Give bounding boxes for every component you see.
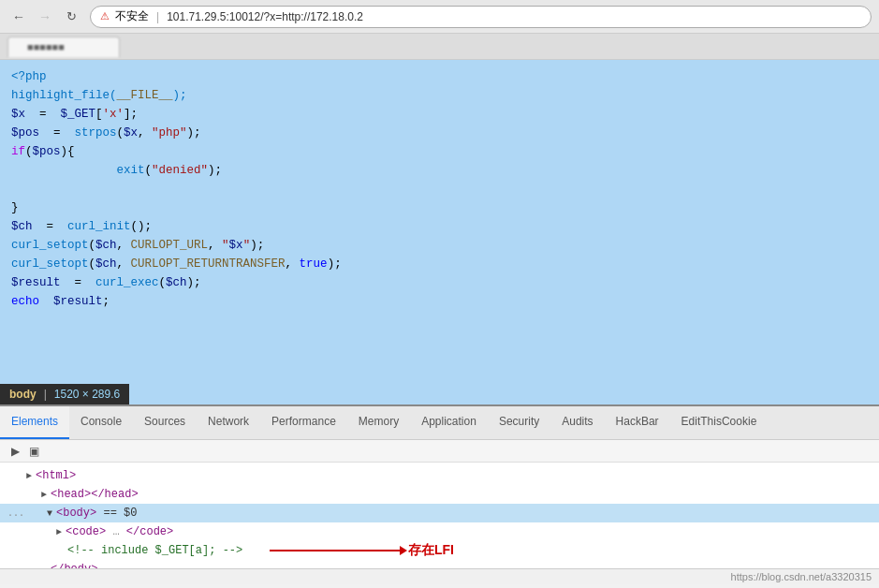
dom-toggle-body[interactable]: ▼ [43, 507, 56, 520]
tab-sources-label: Sources [144, 415, 185, 428]
dom-tag-body: <body> [56, 507, 96, 520]
dom-row-html[interactable]: ► <html> [0, 466, 879, 485]
tab-memory[interactable]: Memory [347, 406, 410, 439]
tab-console[interactable]: Console [69, 406, 133, 439]
tab-security[interactable]: Security [488, 406, 550, 439]
browser-tab[interactable]: ■■■■■■ [7, 37, 120, 57]
tab-network-label: Network [208, 415, 249, 428]
dom-row-comment[interactable]: <!-- include $_GET[a]; --> [0, 541, 262, 560]
dom-content-comment: <!-- include $_GET[a]; --> [67, 544, 242, 557]
code-line-13: echo $result; [11, 292, 868, 311]
dom-tag: <html> [36, 469, 76, 482]
tab-security-label: Security [499, 415, 539, 428]
code-line-10: curl_setopt($ch, CURLOPT_URL, "$x"); [11, 236, 868, 255]
tab-memory-label: Memory [359, 415, 399, 428]
code-line-2: highlight_file(__FILE__); [11, 86, 868, 105]
address-bar[interactable]: ⚠ 不安全 | 101.71.29.5:10012/?x=http://172.… [90, 6, 872, 28]
dom-content-body: <body> == $0 [56, 507, 137, 520]
dom-row-body-close[interactable]: </body> [0, 560, 879, 568]
arrow-line [270, 550, 401, 551]
forward-button[interactable]: → [34, 6, 56, 28]
status-url: https://blog.csdn.net/a3320315 [731, 571, 872, 582]
security-icon: ⚠ [100, 10, 110, 22]
status-bar: https://blog.csdn.net/a3320315 [0, 568, 879, 584]
device-toolbar-icon[interactable]: ▣ [26, 444, 41, 459]
tab-sources[interactable]: Sources [133, 406, 197, 439]
tab-audits-label: Audits [562, 415, 593, 428]
inspect-element-icon[interactable]: ▶ [7, 444, 22, 459]
main-content-area: <?php highlight_file(__FILE__); $x = $_G… [0, 60, 879, 404]
code-line-1: <?php [11, 67, 868, 86]
separator: | [156, 10, 159, 23]
tab-editthiscookie-label: EditThisCookie [681, 415, 757, 428]
dom-toggle-head[interactable]: ► [37, 488, 51, 501]
dom-toggle-html[interactable]: ► [22, 469, 36, 482]
tab-network[interactable]: Network [197, 406, 260, 439]
tab-performance[interactable]: Performance [260, 406, 347, 439]
dom-content-code: <code> … </code> [66, 525, 173, 538]
dom-row-body[interactable]: ... ▼ <body> == $0 [0, 504, 879, 522]
code-line-11: curl_setopt($ch, CURLOPT_RETURNTRANSFER,… [11, 255, 868, 273]
dom-code-ellipsis: … [112, 525, 119, 538]
dom-toggle-code[interactable]: ► [52, 525, 66, 538]
code-line-8: } [11, 198, 868, 217]
tab-hackbar-label: HackBar [616, 415, 659, 428]
dom-tag: <head></head> [51, 488, 139, 501]
annotation-text: 存在LFI [408, 542, 454, 559]
dom-row-code[interactable]: ► <code> … </code> [0, 522, 879, 541]
tab-console-label: Console [81, 415, 122, 428]
element-tag: body [9, 388, 37, 401]
annotation-container: 存在LFI [262, 542, 454, 559]
element-dimensions: 1520 × 289.6 [54, 388, 120, 401]
element-dimensions-separator: | [44, 388, 47, 401]
element-tooltip: body | 1520 × 289.6 [0, 384, 129, 404]
dom-content-head: <head></head> [51, 488, 139, 501]
code-line-9: $ch = curl_init(); [11, 217, 868, 236]
code-line-4: $pos = strpos($x, "php"); [11, 124, 868, 142]
devtools-toolbar: ▶ ▣ [0, 440, 879, 463]
dom-dots: ... [7, 508, 24, 519]
reload-button[interactable]: ↻ [60, 6, 82, 28]
dom-selected-indicator: == $0 [103, 507, 137, 520]
tab-application-label: Application [421, 415, 476, 428]
tab-performance-label: Performance [271, 415, 336, 428]
security-label: 不安全 [115, 8, 149, 24]
tab-label: ■■■■■■ [27, 41, 65, 52]
code-line-5: if($pos){ [11, 142, 868, 161]
tab-elements-label: Elements [11, 415, 58, 428]
code-line-12: $result = curl_exec($ch); [11, 273, 868, 292]
tab-editthiscookie[interactable]: EditThisCookie [670, 406, 769, 439]
arrow-wrapper [270, 550, 401, 551]
nav-buttons: ← → ↻ [7, 6, 82, 28]
tab-elements[interactable]: Elements [0, 406, 69, 439]
tab-hackbar[interactable]: HackBar [605, 406, 670, 439]
code-line-7 [11, 180, 868, 198]
code-line-3: $x = $_GET['x']; [11, 105, 868, 124]
dom-tree[interactable]: ► <html> ► <head></head> ... ▼ <body> ==… [0, 463, 879, 568]
arrowhead-icon [400, 546, 407, 555]
back-button[interactable]: ← [7, 6, 30, 28]
dom-row-head[interactable]: ► <head></head> [0, 485, 879, 504]
tab-application[interactable]: Application [410, 406, 488, 439]
dom-tag-code-close: </code> [126, 525, 173, 538]
devtools-panel: Elements Console Sources Network Perform… [0, 404, 879, 584]
dom-content-html: <html> [36, 469, 76, 482]
dom-row-comment-container: <!-- include $_GET[a]; --> 存在LFI [0, 541, 879, 560]
tab-audits[interactable]: Audits [550, 406, 604, 439]
devtools-tab-bar: Elements Console Sources Network Perform… [0, 406, 879, 440]
dom-tag-code: <code> [66, 525, 106, 538]
code-line-6: exit("denied"); [11, 161, 868, 180]
address-text: 101.71.29.5:10012/?x=http://172.18.0.2 [167, 10, 363, 23]
